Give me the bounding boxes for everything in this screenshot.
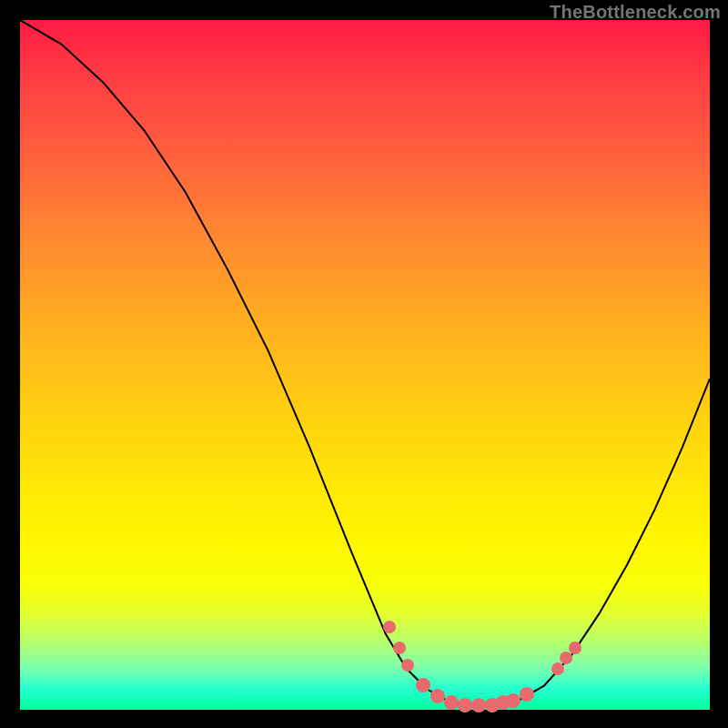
marker-dot [506, 693, 521, 708]
marker-dot [551, 662, 564, 675]
marker-dot [444, 695, 459, 710]
curve-path [20, 20, 710, 705]
marker-dot [401, 659, 414, 672]
marker-dot [496, 695, 511, 710]
marker-dot [430, 689, 445, 703]
chart-stage: TheBottleneck.com [0, 0, 728, 728]
marker-dot [485, 698, 500, 713]
marker-dot [393, 642, 406, 654]
marker-dot [520, 687, 534, 702]
marker-dot [383, 621, 396, 633]
marker-dot [569, 642, 581, 654]
marker-dot [416, 678, 430, 693]
marker-dot [458, 698, 472, 713]
plot-area [20, 20, 710, 710]
marker-dot [560, 652, 572, 664]
curve-layer [20, 20, 710, 710]
marker-dot [471, 698, 486, 713]
